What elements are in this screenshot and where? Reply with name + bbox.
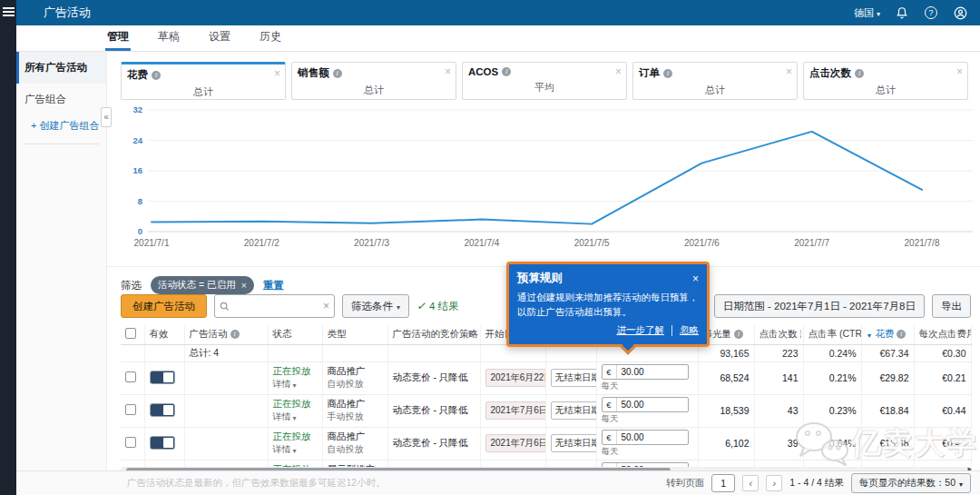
- totals-cpc: €0.30: [914, 344, 971, 361]
- info-icon[interactable]: [897, 330, 906, 339]
- budget-value[interactable]: 30.00: [617, 365, 688, 379]
- svg-text:8: 8: [138, 196, 142, 206]
- global-nav-strip: [0, 0, 16, 495]
- metric-label: 销售额: [298, 66, 329, 80]
- budget-input[interactable]: € 50.00: [602, 397, 689, 412]
- header-spend[interactable]: 花费: [875, 328, 894, 341]
- dismiss-link[interactable]: 忽略: [680, 324, 699, 337]
- chevron-down-icon: [293, 412, 297, 422]
- date-range-button[interactable]: 日期范围 - 2021年7月1日 - 2021年7月8日: [714, 294, 925, 318]
- notifications-bell-icon[interactable]: [895, 5, 909, 20]
- campaign-name-cell[interactable]: [184, 394, 268, 427]
- tab-history[interactable]: 历史: [258, 24, 283, 51]
- learn-more-link[interactable]: 进一步了解: [617, 324, 665, 337]
- header-status[interactable]: 状态: [273, 328, 292, 341]
- clear-search-icon[interactable]: [323, 300, 329, 312]
- svg-text:0: 0: [138, 226, 142, 236]
- info-icon[interactable]: [800, 330, 802, 339]
- budget-input[interactable]: € 50.00: [602, 430, 689, 445]
- budget-value[interactable]: 50.00: [617, 398, 688, 411]
- end-date-pill[interactable]: 无结束日期: [551, 434, 597, 452]
- campaign-status[interactable]: 正在投放: [273, 431, 318, 443]
- create-campaign-button[interactable]: 创建广告活动: [121, 294, 207, 318]
- info-icon[interactable]: [855, 69, 864, 78]
- clicks-value: 39: [754, 427, 803, 460]
- end-date-pill[interactable]: 无结束日期: [551, 369, 597, 387]
- header-cpc[interactable]: 每次点击费用 (CPC): [919, 328, 972, 341]
- reset-filters-link[interactable]: 重置: [263, 279, 284, 292]
- metric-card-acos[interactable]: ACOS 平均: [462, 62, 627, 100]
- tab-manage[interactable]: 管理: [105, 24, 131, 51]
- header-type[interactable]: 类型: [328, 328, 347, 341]
- amazon-ads-console: 广告活动 德国 ? 管理 草稿 设置 历史 所有广告活动 广告组合 + 创建广告…: [0, 0, 980, 495]
- header-strategy[interactable]: 广告活动的竞价策略: [393, 328, 479, 341]
- page-number-input[interactable]: 1: [711, 474, 735, 492]
- row-checkbox[interactable]: [125, 371, 136, 382]
- info-icon[interactable]: [152, 71, 161, 80]
- help-icon[interactable]: ?: [924, 5, 938, 20]
- start-date-pill[interactable]: 2021年7月6日: [485, 434, 546, 452]
- row-checkbox[interactable]: [125, 437, 136, 448]
- header-ctr[interactable]: 点击率 (CTR): [808, 328, 862, 341]
- next-page-icon[interactable]: [766, 475, 782, 491]
- filter-pill-status-enabled[interactable]: 活动状态 = 已启用: [151, 276, 254, 294]
- region-selector[interactable]: 德国: [854, 6, 880, 20]
- metric-card-orders[interactable]: 订单 总计: [632, 62, 798, 100]
- start-date-pill[interactable]: 2021年7月6日: [485, 401, 546, 420]
- info-icon[interactable]: [734, 330, 743, 339]
- collapse-sidebar-icon[interactable]: [101, 107, 112, 127]
- info-icon[interactable]: [502, 67, 511, 76]
- info-icon[interactable]: [333, 69, 342, 78]
- end-date-pill[interactable]: 无结束日期: [551, 401, 597, 420]
- details-expander[interactable]: 详情: [273, 411, 318, 423]
- filter-conditions-button[interactable]: 筛选条件: [342, 294, 409, 318]
- budget-value[interactable]: 50.00: [617, 431, 688, 444]
- hamburger-menu-icon[interactable]: [3, 7, 15, 17]
- remove-filter-icon[interactable]: [240, 280, 246, 291]
- start-date-pill[interactable]: 2021年6月22日: [485, 369, 546, 387]
- sidebar-item-portfolios[interactable]: 广告组合: [16, 84, 106, 115]
- metric-card-sales[interactable]: 销售额 总计: [291, 62, 456, 100]
- account-icon[interactable]: [953, 5, 967, 20]
- budget-input[interactable]: € 30.00: [602, 364, 689, 380]
- clicks-value: 43: [754, 394, 803, 427]
- tab-drafts[interactable]: 草稿: [156, 24, 181, 51]
- metric-card-clicks[interactable]: 点击次数 总计: [803, 62, 968, 100]
- select-all-checkbox[interactable]: [125, 328, 136, 339]
- tab-settings[interactable]: 设置: [207, 24, 232, 51]
- campaign-type: 商品推广: [328, 431, 383, 443]
- campaign-name-cell[interactable]: [184, 427, 268, 460]
- prev-page-icon[interactable]: [742, 475, 759, 491]
- close-icon[interactable]: [445, 65, 451, 78]
- impressions-value: 18,539: [698, 394, 754, 427]
- row-checkbox[interactable]: [125, 404, 136, 415]
- close-icon[interactable]: [956, 65, 963, 78]
- details-expander[interactable]: 详情: [273, 443, 318, 456]
- campaign-status[interactable]: 正在投放: [273, 365, 318, 378]
- per-page-selector[interactable]: 每页显示的结果数：50: [851, 473, 971, 493]
- create-portfolio-link[interactable]: + 创建广告组合: [16, 115, 106, 142]
- region-label: 德国: [854, 6, 874, 20]
- info-icon[interactable]: [663, 69, 672, 78]
- campaign-status[interactable]: 正在投放: [273, 398, 318, 411]
- details-expander[interactable]: 详情: [273, 378, 318, 391]
- close-icon[interactable]: [692, 272, 699, 285]
- search-box[interactable]: [214, 294, 335, 318]
- goto-page-label: 转到页面: [666, 477, 704, 490]
- campaign-name-cell[interactable]: [184, 361, 268, 394]
- export-button[interactable]: 导出: [932, 294, 971, 318]
- metric-card-spend[interactable]: 花费 总计: [121, 62, 286, 100]
- search-input[interactable]: [233, 301, 319, 312]
- active-toggle[interactable]: [150, 436, 175, 450]
- info-icon[interactable]: [230, 330, 240, 339]
- close-icon[interactable]: [615, 65, 622, 78]
- active-toggle[interactable]: [150, 403, 175, 417]
- close-icon[interactable]: [274, 67, 280, 80]
- sidebar-item-all-campaigns[interactable]: 所有广告活动: [16, 52, 106, 84]
- header-active[interactable]: 有效: [150, 328, 169, 341]
- svg-text:2021/7/1: 2021/7/1: [134, 238, 170, 248]
- header-clicks[interactable]: 点击次数: [760, 328, 798, 341]
- active-toggle[interactable]: [150, 371, 175, 384]
- close-icon[interactable]: [786, 65, 792, 78]
- header-campaign[interactable]: 广告活动: [190, 328, 228, 341]
